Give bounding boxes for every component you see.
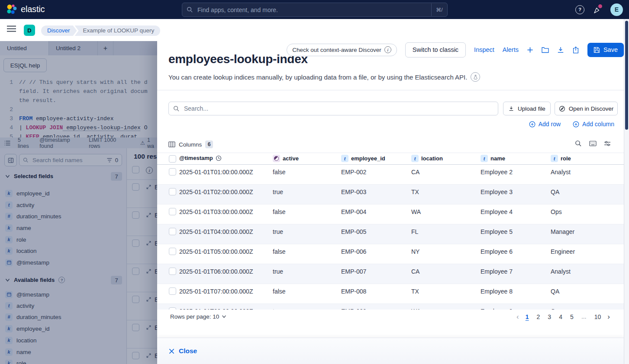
header-actions: ? E xyxy=(575,0,623,19)
next-page-button[interactable]: › xyxy=(605,313,613,321)
page-scrollbar[interactable] xyxy=(624,19,629,364)
app-screen: elastic ⌘/ ? E D xyxy=(0,0,629,364)
display-options-icon[interactable] xyxy=(604,140,611,147)
switch-to-classic-button[interactable]: Switch to classic xyxy=(405,42,466,57)
elastic-logo-icon[interactable] xyxy=(6,4,17,15)
flyout-footer: Close xyxy=(157,338,624,364)
grid-toolbar-icons xyxy=(575,140,611,147)
divider xyxy=(157,90,624,90)
flyout-search[interactable] xyxy=(168,102,498,115)
global-search-input[interactable] xyxy=(197,6,431,14)
column-header-active[interactable]: active xyxy=(273,155,299,162)
row-checkbox[interactable] xyxy=(169,248,176,255)
table-row[interactable]: 2025-01-01T04:00:00.000ZtrueEMP-005FLEmp… xyxy=(157,224,624,244)
breadcrumb: Discover Example of LOOKUP query xyxy=(41,26,160,36)
page-2[interactable]: 2 xyxy=(533,313,544,320)
page-4[interactable]: 4 xyxy=(555,313,566,320)
table-row[interactable]: 2025-01-01T05:00:00.000ZfalseEMP-006NYEm… xyxy=(157,244,624,264)
save-icon xyxy=(594,47,600,53)
grid-search-icon[interactable] xyxy=(575,140,582,147)
boolean-token-icon xyxy=(273,155,280,162)
context-aware-banner-button[interactable]: Check out context-aware Discover i xyxy=(287,44,397,56)
prev-page-button[interactable]: ‹ xyxy=(514,313,522,321)
table-row[interactable]: 2025-01-01T02:00:00.000ZtrueEMP-003TXEmp… xyxy=(157,185,624,204)
save-button[interactable]: Save xyxy=(587,43,624,57)
table-row[interactable]: 2025-01-01T07:00:00.000ZfalseEMP-008TXEm… xyxy=(157,284,624,304)
download-icon[interactable] xyxy=(557,47,564,53)
text-token-icon: t xyxy=(551,155,558,162)
discover-compass-icon xyxy=(559,105,565,112)
space-avatar[interactable]: D xyxy=(24,25,35,36)
keyboard-shortcuts-icon[interactable] xyxy=(589,140,597,147)
add-row-button[interactable]: Add row xyxy=(529,121,561,128)
column-header-employee-id[interactable]: t employee_id xyxy=(341,155,385,162)
newsfeed-icon[interactable] xyxy=(593,5,602,14)
add-column-button[interactable]: Add column xyxy=(573,121,614,128)
column-header-timestamp[interactable]: @timestamp xyxy=(179,155,222,161)
brand-wordmark: elastic xyxy=(21,4,45,14)
help-icon[interactable]: ? xyxy=(575,5,584,14)
close-icon xyxy=(169,348,174,354)
page-numbers: ‹ 1 2 3 4 5 … 10 › xyxy=(514,313,613,321)
page-10[interactable]: 10 xyxy=(590,313,605,320)
lookup-index-flyout: employees-lookup-index You can create lo… xyxy=(157,41,624,364)
search-icon xyxy=(182,6,197,13)
overlay-mask[interactable] xyxy=(0,41,157,364)
column-header-name[interactable]: t name xyxy=(481,155,505,162)
toolbar-actions: Check out context-aware Discover i Switc… xyxy=(287,40,624,59)
page-1[interactable]: 1 xyxy=(522,313,533,320)
flyout-search-input[interactable] xyxy=(183,105,494,112)
open-sessions-icon[interactable] xyxy=(542,47,549,53)
clock-icon xyxy=(216,155,222,161)
inspect-link[interactable]: Inspect xyxy=(474,46,494,53)
select-all-checkbox[interactable] xyxy=(169,155,176,163)
global-search[interactable]: ⌘/ xyxy=(182,3,448,17)
text-token-icon: t xyxy=(481,155,488,162)
columns-control[interactable]: Columns 6 xyxy=(168,140,213,148)
user-avatar[interactable]: E xyxy=(610,3,623,16)
upload-file-button[interactable]: Upload file xyxy=(503,102,551,115)
table-row[interactable]: 2025-01-01T06:00:00.000ZtrueEMP-007CAEmp… xyxy=(157,264,624,284)
plus-circle-icon xyxy=(573,121,579,128)
open-in-discover-button[interactable]: Open in Discover xyxy=(555,102,618,115)
table-header-row: @timestamp active t employee_id t locati… xyxy=(157,153,624,165)
tech-preview-beaker-icon xyxy=(471,72,480,82)
table-body: 2025-01-01T01:00:00.000ZfalseEMP-002CAEm… xyxy=(157,165,624,310)
close-flyout-button[interactable]: Close xyxy=(169,347,197,355)
text-token-icon: t xyxy=(341,155,348,162)
pagination-bar: Rows per page: 10 ‹ 1 2 3 4 5 … 10 › xyxy=(157,310,624,327)
columns-count-badge: 6 xyxy=(205,140,213,148)
row-checkbox[interactable] xyxy=(169,268,176,275)
page-5[interactable]: 5 xyxy=(566,313,577,320)
search-icon xyxy=(173,105,180,112)
row-checkbox[interactable] xyxy=(169,287,176,295)
chevron-down-icon xyxy=(222,315,226,318)
new-session-icon[interactable] xyxy=(527,47,533,53)
row-checkbox[interactable] xyxy=(169,208,176,215)
page-3[interactable]: 3 xyxy=(544,313,555,320)
row-checkbox[interactable] xyxy=(169,188,176,195)
page-ellipsis: … xyxy=(577,314,590,320)
rows-per-page-control[interactable]: Rows per page: 10 xyxy=(170,313,226,320)
table-row[interactable]: 2025-01-01T01:00:00.000ZfalseEMP-002CAEm… xyxy=(157,165,624,185)
scrollbar-thumb[interactable] xyxy=(625,21,628,130)
menu-icon[interactable] xyxy=(7,26,16,32)
alerts-link[interactable]: Alerts xyxy=(503,46,519,53)
search-shortcut-badge: ⌘/ xyxy=(431,3,447,16)
notification-dot xyxy=(597,3,603,9)
table-edit-actions: Add row Add column xyxy=(529,121,614,128)
table-row[interactable]: 2025-01-01T08:00:00.000ZtrueEMP-009WAEmp… xyxy=(157,304,624,310)
row-checkbox[interactable] xyxy=(169,228,176,235)
row-checkbox[interactable] xyxy=(169,168,176,176)
column-header-location[interactable]: t location xyxy=(411,155,443,162)
breadcrumb-current: Example of LOOKUP query xyxy=(75,26,161,36)
breadcrumb-discover[interactable]: Discover xyxy=(41,26,77,36)
save-label: Save xyxy=(603,46,618,53)
app-toolbar: D Discover Example of LOOKUP query Check… xyxy=(0,19,629,41)
column-header-role[interactable]: t role xyxy=(551,155,571,162)
table-row[interactable]: 2025-01-01T03:00:00.000ZfalseEMP-004WAEm… xyxy=(157,204,624,224)
info-icon: i xyxy=(384,46,391,53)
text-token-icon: t xyxy=(411,155,419,162)
share-icon[interactable] xyxy=(572,46,579,54)
context-aware-banner-label: Check out context-aware Discover xyxy=(292,47,381,53)
